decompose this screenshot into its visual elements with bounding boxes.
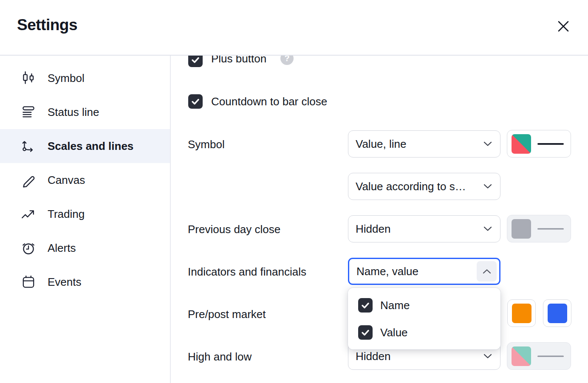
pre-post-market-label: Pre/post market [188, 307, 266, 321]
alarm-clock-icon [20, 240, 37, 256]
sidebar-item-status-line[interactable]: Status line [0, 95, 170, 129]
sidebar-item-label: Symbol [48, 72, 85, 85]
menu-option-label: Value [380, 326, 408, 339]
page-title: Settings [17, 16, 77, 34]
close-icon [556, 19, 571, 35]
plus-button-checkbox[interactable] [188, 56, 203, 67]
calendar-icon [20, 274, 37, 290]
sidebar-item-alerts[interactable]: Alerts [0, 231, 170, 265]
scales-axes-icon [20, 138, 37, 154]
sidebar-item-label: Trading [48, 208, 85, 221]
sidebar-item-label: Scales and lines [48, 140, 133, 153]
chevron-down-icon [483, 354, 492, 359]
high-and-low-line-preview [537, 355, 564, 357]
menu-option-label: Name [380, 299, 410, 312]
symbol-style-value: Value, line [356, 138, 407, 151]
close-button[interactable] [554, 17, 573, 37]
countdown-checkbox[interactable] [188, 94, 203, 109]
high-and-low-swatch [512, 346, 531, 366]
post-market-color-swatch [548, 304, 567, 323]
previous-day-close-value: Hidden [356, 222, 390, 236]
chevron-down-icon [483, 226, 492, 231]
previous-day-close-line-preview [537, 228, 564, 229]
countdown-label: Countdown to bar close [211, 94, 327, 109]
high-and-low-value: Hidden [356, 350, 390, 363]
sidebar-item-label: Events [48, 276, 82, 289]
chevron-up-icon [483, 269, 491, 274]
symbol-value-scale-select[interactable]: Value according to s… [348, 173, 500, 200]
symbol-style-select[interactable]: Value, line [348, 130, 500, 158]
chevron-down-icon [483, 184, 492, 189]
indicators-financials-label: Indicators and financials [188, 265, 306, 279]
symbol-color-line-button[interactable] [507, 130, 571, 158]
previous-day-close-color-button[interactable] [507, 215, 571, 242]
settings-sidebar: Symbol Status line Scales and lines [0, 56, 170, 383]
pre-market-color-button[interactable] [507, 299, 536, 327]
candlestick-icon [20, 70, 37, 86]
sidebar-item-symbol[interactable]: Symbol [0, 61, 170, 95]
pre-market-color-swatch [512, 304, 531, 323]
symbol-value-scale-value: Value according to s… [356, 180, 466, 193]
previous-day-close-select[interactable]: Hidden [348, 215, 500, 242]
previous-day-close-label: Previous day close [188, 222, 280, 237]
scales-and-lines-panel: Plus button ? Countdown to bar close Sym… [171, 56, 588, 383]
symbol-color-swatch [512, 134, 531, 154]
trading-zigzag-icon [20, 206, 37, 222]
plus-button-label: Plus button [211, 56, 266, 66]
sidebar-item-events[interactable]: Events [0, 265, 170, 299]
pencil-icon [20, 172, 37, 188]
sidebar-item-canvas[interactable]: Canvas [0, 163, 170, 197]
menu-option-value[interactable]: Value [348, 319, 500, 346]
status-line-icon [20, 104, 37, 120]
settings-dialog: Settings Symbol Status line [0, 0, 588, 383]
sidebar-item-trading[interactable]: Trading [0, 197, 170, 231]
sidebar-item-label: Alerts [48, 242, 76, 255]
high-and-low-color-button[interactable] [507, 342, 571, 370]
sidebar-item-scales-and-lines[interactable]: Scales and lines [0, 129, 170, 163]
help-icon[interactable]: ? [280, 56, 294, 65]
chevron-down-icon [483, 141, 492, 146]
indicators-dropdown-menu: Name Value [348, 288, 500, 349]
indicators-financials-value: Name, value [356, 265, 418, 278]
value-checkbox[interactable] [358, 325, 373, 340]
post-market-color-button[interactable] [543, 299, 571, 327]
previous-day-close-swatch [512, 219, 531, 239]
name-checkbox[interactable] [358, 298, 373, 313]
menu-option-name[interactable]: Name [348, 292, 500, 319]
chevron-zone[interactable] [477, 261, 497, 282]
sidebar-item-label: Canvas [48, 174, 85, 187]
symbol-line-preview [537, 143, 564, 145]
symbol-row-label: Symbol [188, 137, 225, 152]
indicators-financials-select[interactable]: Name, value [348, 258, 500, 285]
sidebar-item-label: Status line [48, 106, 99, 119]
high-and-low-label: High and low [188, 349, 252, 364]
